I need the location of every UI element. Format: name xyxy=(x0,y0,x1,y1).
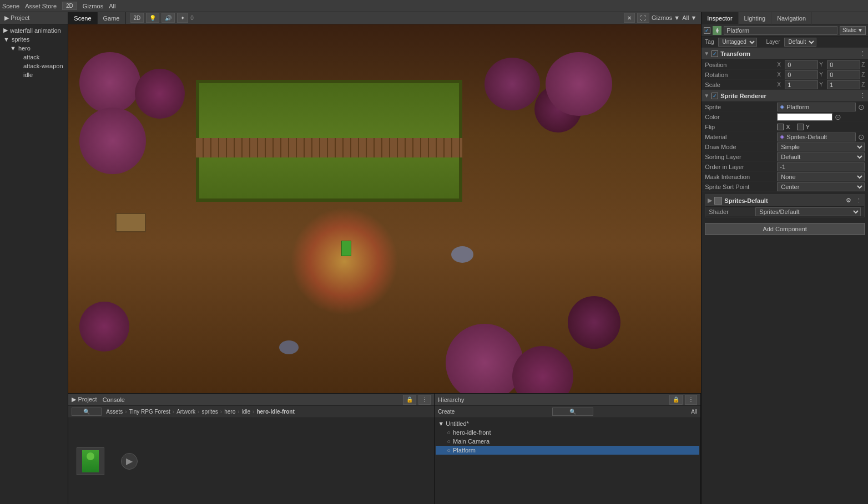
asset-sprite-play[interactable]: ▶ xyxy=(113,453,146,470)
all-layers-btn[interactable]: All ▼ xyxy=(682,14,697,21)
audio-btn[interactable]: 🔊 xyxy=(162,13,175,23)
2d-btn[interactable]: 2D xyxy=(130,13,144,23)
fx-btn[interactable]: ✦ xyxy=(177,13,188,23)
project-menu-btn[interactable]: ⋮ xyxy=(418,395,431,405)
breadcrumb-search[interactable]: 🔍 xyxy=(72,408,102,416)
mask-interaction-label: Mask Interaction xyxy=(705,174,777,180)
project-tab[interactable]: ▶ Project xyxy=(72,396,97,403)
tree-8 xyxy=(446,324,523,393)
draw-mode-dropdown[interactable]: Simple Sliced Tiled xyxy=(777,142,865,151)
layer-dropdown[interactable]: Default xyxy=(784,38,816,47)
hier-item-hero[interactable]: ○ hero-idle-front xyxy=(436,428,699,437)
sprite-renderer-active[interactable]: ✓ xyxy=(711,93,718,99)
sprite-target-btn[interactable]: ⊙ xyxy=(858,103,865,111)
create-label[interactable]: Create xyxy=(438,409,455,415)
transform-header[interactable]: ▼ ✓ Transform ⋮ xyxy=(702,48,868,60)
color-picker[interactable] xyxy=(777,113,832,121)
pos-x-input[interactable] xyxy=(785,60,818,69)
order-in-layer-input[interactable] xyxy=(777,162,865,171)
sprite-sort-point-dropdown[interactable]: Center Pivot xyxy=(777,182,865,191)
shader-header[interactable]: ▶ Sprites-Default ⚙ ⋮ xyxy=(705,195,864,207)
tab-inspector[interactable]: Inspector xyxy=(702,12,738,24)
bc-hero-idle-front[interactable]: hero-idle-front xyxy=(256,409,294,415)
transform-active[interactable]: ✓ xyxy=(711,50,718,57)
position-value: X Y Z xyxy=(777,60,868,69)
object-tab[interactable]: ▶ Project xyxy=(4,14,29,22)
flip-x-checkbox[interactable] xyxy=(777,124,784,130)
hier-item-camera[interactable]: ○ Main Camera xyxy=(436,437,699,446)
bc-tiny[interactable]: Tiny RPG Forest xyxy=(129,409,170,415)
rot-y-input[interactable] xyxy=(827,70,860,79)
play-icon[interactable]: ▶ xyxy=(121,453,138,470)
tree-item-attack[interactable]: attack xyxy=(1,53,67,62)
console-tab[interactable]: Console xyxy=(103,396,125,403)
sprite-ref[interactable]: ◈ Platform xyxy=(777,103,856,111)
bc-assets[interactable]: Assets xyxy=(106,409,123,415)
material-target-btn[interactable]: ⊙ xyxy=(858,133,865,141)
tag-label: Tag xyxy=(705,39,714,45)
tree-item-idle[interactable]: idle xyxy=(1,70,67,79)
hier-item-platform[interactable]: ○ Platform xyxy=(436,446,699,455)
add-component-button[interactable]: Add Component xyxy=(705,223,865,235)
transform-menu[interactable]: ⋮ xyxy=(860,50,866,57)
bc-idle[interactable]: idle xyxy=(242,409,251,415)
static-dropdown-arrow[interactable]: ▼ xyxy=(857,27,863,33)
pos-y-input[interactable] xyxy=(827,60,860,69)
material-row: Material ◈ Sprites-Default ⊙ xyxy=(702,132,868,142)
tree-item-waterfall[interactable]: ▶ waterfall animation xyxy=(1,26,67,35)
all-label[interactable]: All xyxy=(691,409,697,415)
scale-x-input[interactable] xyxy=(785,80,818,89)
bc-sep2: › xyxy=(173,409,174,415)
tab-navigation[interactable]: Navigation xyxy=(771,12,812,24)
object-name-input[interactable] xyxy=(724,26,837,35)
bc-artwork[interactable]: Artwork xyxy=(176,409,195,415)
tree-item-sprites[interactable]: ▼ sprites xyxy=(1,35,67,44)
color-target-btn[interactable]: ⊙ xyxy=(835,113,841,121)
tab-game[interactable]: Game xyxy=(98,12,126,24)
x-label: X xyxy=(777,62,784,68)
scale-y-input[interactable] xyxy=(827,80,860,89)
tree-item-hero[interactable]: ▼ hero xyxy=(1,44,67,53)
shader-section: ▶ Sprites-Default ⚙ ⋮ Shader Sprites/Def… xyxy=(705,194,865,217)
tab-lighting[interactable]: Lighting xyxy=(739,12,772,24)
sorting-layer-dropdown[interactable]: Default xyxy=(777,152,865,161)
hierarchy-panel: Hierarchy 🔒 ⋮ Create 🔍 All ▼ Untitled* xyxy=(435,394,701,504)
material-ref[interactable]: ◈ Sprites-Default xyxy=(777,133,856,141)
camera-icon: ○ xyxy=(447,429,451,436)
top-bar-scene[interactable]: Scene xyxy=(2,3,19,9)
sz-label: Z xyxy=(861,82,868,88)
hierarchy-scene[interactable]: ▼ Untitled* xyxy=(436,419,699,428)
asset-sprite-1[interactable] xyxy=(74,447,107,475)
search-icon[interactable]: 🔍 xyxy=(552,408,593,416)
shader-menu[interactable]: ⋮ xyxy=(856,197,862,204)
flip-value: X Y xyxy=(777,124,865,130)
rot-x-input[interactable] xyxy=(785,70,818,79)
maximize-btn[interactable]: ⛶ xyxy=(637,13,649,23)
fence xyxy=(196,138,462,157)
gizmos-btn[interactable]: Gizmos ▼ xyxy=(652,14,680,21)
shader-settings[interactable]: ⚙ xyxy=(846,197,851,204)
project-lock-btn[interactable]: 🔒 xyxy=(403,395,416,405)
close-scene-btn[interactable]: ✕ xyxy=(624,13,635,23)
tree-item-attack-weapon[interactable]: attack-weapon xyxy=(1,62,67,70)
hierarchy-menu-btn[interactable]: ⋮ xyxy=(685,395,697,405)
bc-hero[interactable]: hero xyxy=(224,409,235,415)
flip-y-checkbox[interactable] xyxy=(797,124,804,130)
top-bar-asset-store[interactable]: Asset Store xyxy=(25,3,57,9)
sprite-renderer-menu[interactable]: ⋮ xyxy=(860,92,866,99)
tag-dropdown[interactable]: Untagged xyxy=(718,38,757,47)
position-row: Position X Y Z xyxy=(702,60,868,70)
object-active-checkbox[interactable]: ✓ xyxy=(704,27,710,34)
view-2d-btn[interactable]: 2D xyxy=(62,2,77,10)
sprite-renderer-header[interactable]: ▼ ✓ Sprite Renderer ⋮ xyxy=(702,90,868,102)
mask-interaction-dropdown[interactable]: None xyxy=(777,172,865,181)
light-btn[interactable]: 💡 xyxy=(146,13,159,23)
hierarchy-lock-btn[interactable]: 🔒 xyxy=(669,395,683,405)
shader-dropdown[interactable]: Sprites/Default xyxy=(755,207,861,216)
all-label[interactable]: All xyxy=(109,3,115,9)
gizmos-label[interactable]: Gizmos xyxy=(83,3,103,9)
left-tree-content: ▶ waterfall animation ▼ sprites ▼ hero a… xyxy=(0,24,68,80)
static-badge: Static ▼ xyxy=(840,26,866,35)
bc-sprites[interactable]: sprites xyxy=(201,409,218,415)
tab-scene[interactable]: Scene xyxy=(68,12,97,24)
